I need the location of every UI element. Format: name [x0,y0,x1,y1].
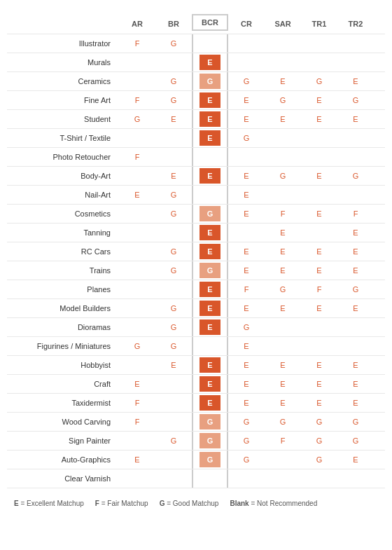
cell-bcr: E [192,167,228,185]
cell-value-sar: E [280,380,285,388]
cell-bcr [192,186,228,204]
cell-value-tr1: E [316,266,321,275]
cell-tr1 [301,337,337,355]
cell-value-br: G [171,266,177,275]
cell-value-cr: E [244,96,248,104]
cell-value-ar: G [134,342,141,350]
cell-tr1: E [301,205,337,223]
cell-br: G [155,205,192,223]
cell-tr1 [301,469,337,488]
cell-value-ar: F [135,96,140,104]
cell-sar [265,469,301,488]
cell-tr1: G [301,413,337,431]
cell-value-bcr: E [200,395,220,411]
cell-value-sar: E [280,304,285,312]
row-label-illustrator: Illustrator [7,39,119,48]
cell-tr1 [301,148,337,166]
cell-value-sar: G [280,172,286,180]
cell-value-cr: E [244,191,248,199]
cell-value-cr: G [244,323,250,331]
cell-value-tr2: E [353,380,358,388]
row-label-clear-varnish: Clear Varnish [7,474,119,483]
legend-item: E = Excellent Matchup [14,500,84,507]
cell-cr: G [228,72,265,90]
row-label-cosmetics: Cosmetics [7,209,119,218]
cell-bcr: G [192,413,228,431]
row-label-murals: Murals [7,58,119,67]
cell-sar: E [265,375,301,393]
cell-br [155,413,192,431]
cell-ar: E [119,451,155,469]
cell-tr2: E [337,110,374,128]
cell-sar [265,53,301,71]
cell-value-cr: G [244,77,250,85]
cell-value-tr2: E [353,77,358,85]
cell-tr1: G [301,451,337,469]
cell-cr: G [228,432,265,450]
cell-cr: E [228,205,265,223]
legend-item: Blank = Not Recommended [230,500,317,507]
cell-value-cr: E [244,380,248,388]
cell-tr2: E [337,451,374,469]
cell-ar [119,432,155,450]
legend: E = Excellent MatchupF = Fair MatchupG =… [7,500,385,507]
cell-value-tr1: E [316,172,321,180]
cell-tr2: E [337,356,374,374]
cell-cr: E [228,110,265,128]
cell-br: G [155,337,192,355]
cell-value-bcr: E [200,168,220,184]
cell-bcr [192,148,228,166]
col-header-tr2: TR2 [337,20,374,31]
cell-cr: E [228,337,265,355]
cell-value-br: G [171,304,177,312]
cell-br [155,148,192,166]
cell-sar [265,34,301,53]
cell-value-bcr: E [200,244,220,259]
row-label-sign-painter: Sign Painter [7,436,119,445]
cell-value-sar: G [280,418,286,426]
cell-tr1: E [301,91,337,109]
cell-br: E [155,167,192,185]
cell-value-tr2: E [353,399,358,407]
cell-br: E [155,356,192,374]
cell-sar: E [265,242,301,261]
table-row: IllustratorFG [7,34,385,53]
cell-br: G [155,299,192,317]
cell-sar [265,337,301,355]
cell-ar [119,356,155,374]
cell-value-tr2: G [353,418,359,426]
cell-value-ar: G [134,115,141,123]
cell-value-tr2: G [353,172,359,180]
cell-ar [119,129,155,147]
cell-value-cr: E [244,209,248,218]
table-header: ARBRBCRCRSARTR1TR2 [7,14,385,31]
cell-value-br: E [171,172,176,180]
table-row: TrainsGGEEEE [7,261,385,280]
cell-br: G [155,91,192,109]
table-row: Photo RetoucherF [7,148,385,167]
row-label-hobbyist: Hobbyist [7,361,119,369]
cell-bcr: E [192,110,228,128]
cell-value-cr: G [244,436,250,445]
cell-sar: E [265,110,301,128]
table-row: CosmeticsGGEFEF [7,205,385,224]
cell-br: E [155,110,192,128]
cell-tr2 [337,34,374,53]
cell-sar [265,451,301,469]
cell-value-sar: E [280,77,285,85]
cell-sar: G [265,167,301,185]
cell-bcr: E [192,356,228,374]
table-row: TanningEEE [7,224,385,242]
table-row: Wood CarvingFGGGGG [7,413,385,432]
cell-br [155,224,192,242]
cell-value-cr: E [244,247,248,256]
cell-tr2 [337,186,374,204]
cell-value-br: G [171,209,177,218]
cell-tr2: E [337,261,374,280]
cell-value-tr2: F [354,209,358,218]
cell-tr1 [301,53,337,71]
cell-value-sar: F [281,209,286,218]
cell-bcr: G [192,432,228,450]
cell-br [155,53,192,71]
row-label-t-shirt---textile: T-Shirt / Textile [7,134,119,142]
